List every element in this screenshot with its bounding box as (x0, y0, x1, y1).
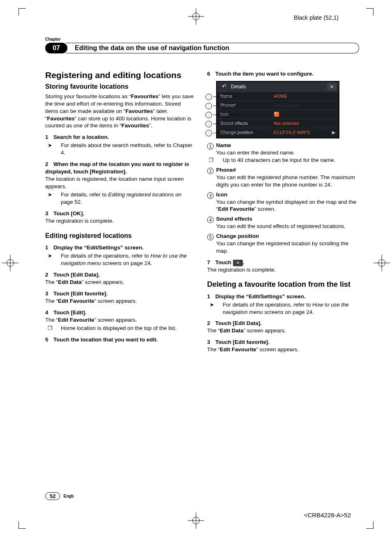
right-column: 6Touch the item you want to configure. 1… (207, 70, 357, 353)
step: 7Touch ✕. The registration is complete. (207, 259, 357, 274)
registration-mark (2, 255, 18, 271)
step-title: Display the “Edit/Settings” screen. (53, 244, 143, 251)
pointer-icon: ➤ (54, 142, 61, 149)
svg-rect-0 (274, 112, 279, 117)
bullet: ➤For details of the operations, refer to… (207, 301, 357, 316)
step-title: Touch [Edit Data]. (53, 272, 100, 278)
step-title: Touch [Edit Data]. (215, 320, 262, 326)
step: 2Touch [Edit Data]. The “Edit Data” scre… (45, 271, 195, 286)
step-title: Touch the location that you want to edit… (53, 336, 158, 343)
back-icon: ↶ (222, 83, 227, 90)
text: The “ (45, 317, 58, 323)
subsection-heading: Editing registered locations (45, 231, 195, 240)
registration-mark (188, 8, 204, 25)
step-after: The registration is complete. (207, 266, 357, 274)
step-number: 3 (45, 210, 53, 217)
item-num: 3 (207, 192, 214, 199)
callouts: 1 2 3 4 5 (205, 92, 238, 138)
step-after: The registration is complete. (45, 217, 195, 225)
text-bold: Edit Favourite (58, 317, 95, 323)
bullet: ➤For details, refer to Editing registere… (45, 191, 195, 206)
note-icon: ❐ (216, 157, 223, 164)
item-num: 1 (207, 143, 214, 150)
bullet-text: For details, refer to (61, 191, 108, 198)
text: ” screen appears. (256, 346, 299, 353)
bullet-text: on page 24. (284, 309, 314, 315)
item: 4 Sound effectsYou can edit the sound ef… (207, 215, 357, 230)
text: ” screen appears. (95, 298, 137, 304)
callout-5: 5 (205, 130, 212, 136)
note: ❐Up to 40 characters can be input for th… (207, 157, 357, 164)
flag-icon (274, 111, 279, 117)
language-label: Engb (63, 494, 74, 498)
crop-mark (366, 8, 374, 16)
step-number: 5 (45, 336, 53, 343)
step-title: Touch [Edit]. (53, 309, 86, 316)
item-title: Icon (216, 191, 227, 198)
step-number: 1 (45, 244, 53, 251)
chapter-header: 07 Editing the data on the use of naviga… (45, 42, 359, 54)
step-title-pre: Touch (215, 259, 233, 265)
step-title: Search for a location. (53, 134, 109, 140)
text: ” screen. (254, 206, 276, 212)
body-text: Storing your favourite locations as “Fav… (45, 93, 195, 130)
text: ” screen appears. (244, 327, 286, 334)
step-after: The “Edit Favourite” screen appears. (45, 297, 195, 305)
step-title: Touch the item you want to configure. (215, 71, 314, 77)
left-column: Registering and editing locations Storin… (45, 70, 195, 353)
crop-mark (18, 8, 26, 16)
step: 1Search for a location. ➤For details abo… (45, 134, 195, 157)
note: ❐Home location is displayed on the top o… (45, 325, 195, 332)
row-value: E113°24.3' N49°5' (274, 129, 310, 136)
step-after: The “Edit Favourite” screen appears. (45, 316, 195, 324)
item-desc: You can change the registered location b… (216, 240, 348, 254)
bullet-text: For details of the operations, refer to (61, 253, 150, 259)
callout-4: 4 (205, 121, 212, 127)
doc-code: <CRB4228-A>52 (304, 512, 351, 519)
pointer-icon: ➤ (54, 191, 61, 198)
text-bold: Edit Data (220, 327, 244, 334)
text: ” screen appears. (95, 317, 137, 323)
step-title: When the map of the location you want to… (45, 161, 189, 175)
step-title: Touch [OK]. (53, 210, 84, 217)
step: 1Display the “Edit/Settings” screen. ➤Fo… (207, 293, 357, 316)
step-after: The “Edit Favourite” screen appears. (207, 346, 357, 353)
bullet-text: For details about the search methods, re… (61, 142, 192, 156)
screenshot-title: Details (229, 83, 327, 90)
item: 2 Phone#You can edit the registered phon… (207, 166, 357, 189)
text-bold: Edit Favourite (218, 206, 254, 212)
crop-mark (366, 521, 374, 529)
step-number: 6 (207, 70, 215, 78)
text: The “ (45, 279, 58, 285)
callout-1: 1 (205, 94, 212, 100)
step: 5Touch the location that you want to edi… (45, 336, 195, 343)
item-num: 2 (207, 168, 214, 174)
item-title: Phone# (216, 167, 236, 173)
step-number: 2 (45, 161, 53, 168)
subsection-heading: Storing favourite locations (45, 82, 195, 91)
chapter-title: Editing the data on the use of navigatio… (66, 43, 359, 53)
step: 6Touch the item you want to configure. (207, 70, 357, 78)
row-value: Not selected (274, 102, 299, 108)
step-title: Touch [Edit favorite]. (53, 290, 108, 297)
bullet-em: Editing registered locations (108, 191, 174, 198)
step-number: 1 (45, 134, 53, 141)
step-after: The “Edit Data” screen appears. (207, 327, 357, 334)
registration-mark (374, 255, 390, 271)
text-bold: Edit Favourite (58, 298, 95, 304)
item: 3 IconYou can change the symbol displaye… (207, 191, 357, 213)
text-bold: Favourites (125, 108, 153, 114)
registration-mark (188, 512, 204, 529)
step-number: 1 (207, 293, 215, 300)
close-chip-icon: ✕ (233, 260, 243, 266)
item-desc: You can enter the desired name. (216, 150, 295, 156)
step: 2Touch [Edit Data]. The “Edit Data” scre… (207, 320, 357, 334)
step-number: 7 (207, 259, 215, 266)
row-value: HOME (274, 93, 287, 99)
item-title: Change position (216, 233, 259, 239)
screenshot-header: ↶ Details ✕ (217, 82, 339, 92)
step-number: 3 (207, 339, 215, 346)
step-after: The location is registered, the location… (45, 175, 195, 190)
step-title: Touch [Edit favorite]. (215, 339, 270, 345)
svg-rect-1 (275, 113, 276, 114)
